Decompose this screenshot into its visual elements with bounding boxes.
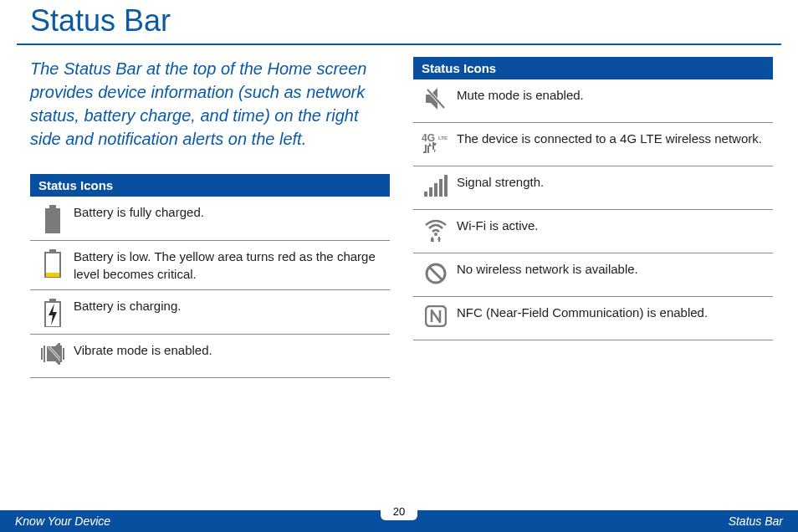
intro-text: The Status Bar at the top of the Home sc… <box>30 57 390 151</box>
right-column: Status Icons Mute mode is enabled. 4G LT… <box>413 57 773 378</box>
wifi-icon <box>418 217 453 242</box>
row-description: Battery is fully charged. <box>70 203 204 221</box>
table-row: 4G LTE The device is connected to a 4G L… <box>413 123 773 166</box>
status-icons-header-left: Status Icons <box>30 174 390 197</box>
svg-rect-16 <box>424 192 427 197</box>
battery-low-icon <box>35 248 70 278</box>
table-row: Battery is fully charged. <box>30 197 390 241</box>
page-footer: Know Your Device 20 Status Bar <box>0 510 798 532</box>
row-description: Vibrate mode is enabled. <box>70 341 212 359</box>
left-column: The Status Bar at the top of the Home sc… <box>30 57 390 378</box>
table-row: Mute mode is enabled. <box>413 79 773 123</box>
svg-line-28 <box>429 267 442 280</box>
svg-rect-19 <box>439 179 442 197</box>
svg-rect-20 <box>444 175 448 197</box>
no-network-icon <box>418 260 453 285</box>
table-row: NFC (Near-Field Communication) is enable… <box>413 297 773 340</box>
row-description: Wi-Fi is active. <box>453 217 539 234</box>
signal-strength-icon <box>418 173 453 197</box>
vibrate-icon <box>35 341 70 365</box>
battery-charging-icon <box>35 297 70 327</box>
row-description: NFC (Near-Field Communication) is enable… <box>453 304 708 321</box>
page-content: The Status Bar at the top of the Home sc… <box>0 57 798 378</box>
svg-rect-0 <box>49 205 56 208</box>
svg-rect-4 <box>46 273 59 277</box>
table-row: Wi-Fi is active. <box>413 210 773 253</box>
page-title: Status Bar <box>0 0 798 43</box>
page-number: 20 <box>381 504 417 520</box>
svg-rect-17 <box>429 187 432 197</box>
table-row: Signal strength. <box>413 166 773 210</box>
svg-rect-1 <box>45 208 60 233</box>
footer-right-text: Status Bar <box>729 514 783 528</box>
row-description: Battery is low. The yellow area turns re… <box>70 248 385 283</box>
battery-full-icon <box>35 203 70 233</box>
nfc-icon <box>418 304 453 327</box>
svg-marker-10 <box>423 145 427 153</box>
row-description: Battery is charging. <box>70 297 181 315</box>
svg-rect-18 <box>434 183 437 197</box>
footer-left-text: Know Your Device <box>15 514 110 528</box>
table-row: Battery is low. The yellow area turns re… <box>30 241 390 290</box>
svg-text:4G: 4G <box>422 132 435 144</box>
row-description: Mute mode is enabled. <box>453 86 584 104</box>
row-description: No wireless network is available. <box>453 260 638 278</box>
svg-text:LTE: LTE <box>438 136 448 141</box>
table-row: No wireless network is available. <box>413 253 773 297</box>
table-row: Vibrate mode is enabled. <box>30 335 390 378</box>
row-description: Signal strength. <box>453 173 544 191</box>
svg-marker-7 <box>49 304 57 325</box>
row-description: The device is connected to a 4G LTE wire… <box>453 130 762 147</box>
status-icons-header-right: Status Icons <box>413 57 773 79</box>
svg-point-21 <box>434 233 437 236</box>
4g-lte-icon: 4G LTE <box>418 130 453 155</box>
table-row: Battery is charging. <box>30 290 390 335</box>
title-underline <box>17 43 781 45</box>
mute-icon <box>418 86 453 110</box>
svg-marker-26 <box>437 238 441 242</box>
